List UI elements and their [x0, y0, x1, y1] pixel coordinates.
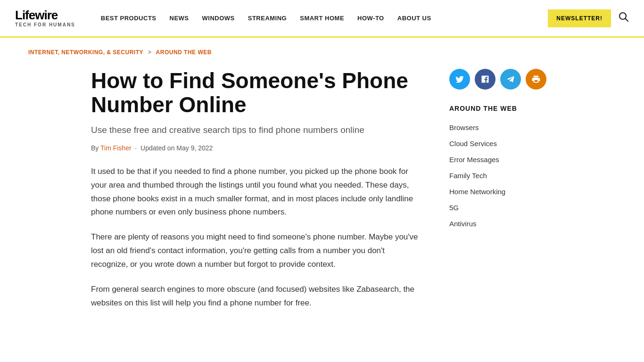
nav-smart-home[interactable]: SMART HOME — [293, 15, 351, 22]
breadcrumb-parent[interactable]: INTERNET, NETWORKING, & SECURITY — [28, 49, 143, 56]
article-header: How to Find Someone's Phone Number Onlin… — [91, 59, 421, 152]
site-header: Lifewire TECH FOR HUMANS BEST PRODUCTS N… — [0, 0, 644, 38]
main-nav: BEST PRODUCTS NEWS WINDOWS STREAMING SMA… — [94, 15, 544, 22]
list-item: Family Tech — [449, 168, 572, 184]
list-item: Error Messages — [449, 152, 572, 168]
nav-about-us[interactable]: ABOUT US — [391, 15, 438, 22]
social-share — [449, 69, 572, 90]
nav-news[interactable]: NEWS — [163, 15, 196, 22]
sidebar-link-5g[interactable]: 5G — [449, 204, 459, 212]
article-paragraph-3: From general search engines to more obsc… — [91, 283, 421, 310]
logo-tagline: TECH FOR HUMANS — [15, 22, 75, 27]
article-author[interactable]: Tim Fisher — [100, 144, 132, 152]
print-button[interactable] — [526, 69, 546, 90]
share-twitter-button[interactable] — [449, 69, 470, 90]
breadcrumb: INTERNET, NETWORKING, & SECURITY > AROUN… — [0, 38, 644, 59]
breadcrumb-separator: > — [148, 49, 152, 56]
nav-how-to[interactable]: HOW-TO — [351, 15, 391, 22]
list-item: Cloud Services — [449, 136, 572, 152]
search-icon[interactable] — [619, 12, 629, 25]
list-item: Browsers — [449, 120, 572, 136]
newsletter-button[interactable]: NEWSLETTER! — [548, 9, 611, 27]
nav-streaming[interactable]: STREAMING — [241, 15, 294, 22]
share-telegram-button[interactable] — [500, 69, 521, 90]
sidebar-link-error-messages[interactable]: Error Messages — [449, 156, 499, 164]
article-subtitle: Use these free and creative search tips … — [91, 124, 421, 137]
main-layout: How to Find Someone's Phone Number Onlin… — [63, 59, 581, 340]
nav-windows[interactable]: WINDOWS — [196, 15, 241, 22]
sidebar-section-title: AROUND THE WEB — [449, 105, 572, 112]
article-updated: Updated on May 9, 2022 — [140, 144, 213, 152]
list-item: Home Networking — [449, 184, 572, 200]
sidebar-link-cloud-services[interactable]: Cloud Services — [449, 140, 497, 148]
list-item: Antivirus — [449, 216, 572, 232]
list-item: 5G — [449, 200, 572, 216]
nav-best-products[interactable]: BEST PRODUCTS — [94, 15, 163, 22]
article-meta: By Tim Fisher · Updated on May 9, 2022 — [91, 144, 421, 152]
svg-line-1 — [626, 19, 628, 22]
site-logo[interactable]: Lifewire TECH FOR HUMANS — [15, 9, 75, 27]
share-facebook-button[interactable] — [475, 69, 495, 90]
article-content: How to Find Someone's Phone Number Onlin… — [72, 59, 440, 340]
sidebar-link-family-tech[interactable]: Family Tech — [449, 172, 487, 180]
article-paragraph-2: There are plenty of reasons you might ne… — [91, 230, 421, 272]
article-paragraph-1: It used to be that if you needed to find… — [91, 165, 421, 220]
breadcrumb-current[interactable]: AROUND THE WEB — [156, 49, 212, 56]
sidebar: AROUND THE WEB Browsers Cloud Services E… — [440, 59, 572, 340]
sidebar-link-browsers[interactable]: Browsers — [449, 123, 479, 132]
sidebar-link-home-networking[interactable]: Home Networking — [449, 188, 505, 196]
article-title: How to Find Someone's Phone Number Onlin… — [91, 69, 421, 116]
logo-text: Lifewire — [15, 9, 75, 21]
sidebar-links: Browsers Cloud Services Error Messages F… — [449, 120, 572, 232]
article-body: It used to be that if you needed to find… — [91, 165, 421, 310]
sidebar-around-web: AROUND THE WEB Browsers Cloud Services E… — [449, 105, 572, 232]
sidebar-link-antivirus[interactable]: Antivirus — [449, 220, 477, 228]
